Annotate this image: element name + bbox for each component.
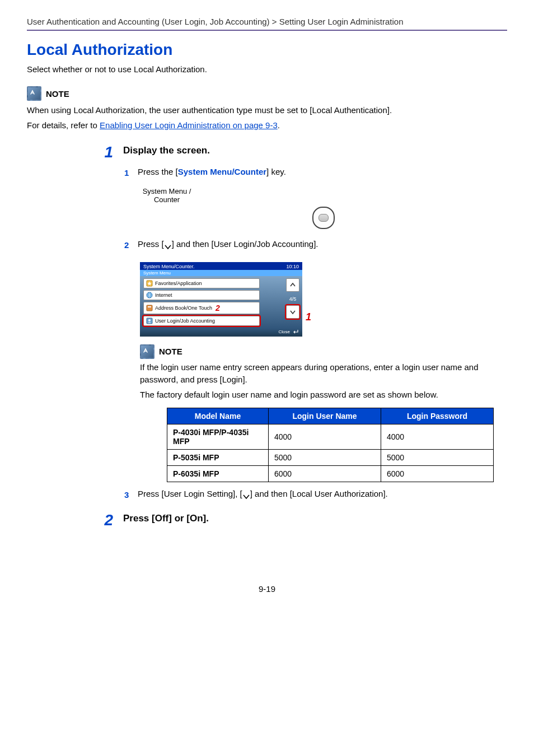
cell-model: P-5035i MFP [167,450,269,466]
substep2-number: 2 [124,240,131,250]
th-pass: Login Password [381,408,494,424]
note-line1: When using Local Authorization, the user… [27,104,507,117]
step2-title: Press [Off] or [On]. [123,513,209,524]
substep2-pre: Press [ [138,239,164,249]
cell-pass: 6000 [381,466,494,482]
th-user: Login User Name [269,408,381,424]
inner-note-p2: The factory default login user name and … [140,389,507,402]
substep1-pre: Press the [ [138,167,178,176]
substep3-post: ] and then [Local User Authorization]. [250,489,388,498]
favorites-icon [146,280,153,287]
note-label-inner: NOTE [159,347,182,356]
breadcrumb: User Authentication and Accounting (User… [27,17,507,26]
ts-item-user-login[interactable]: User Login/Job Accounting [143,316,260,326]
chevron-down-icon [242,492,250,497]
note-icon [140,344,154,359]
table-row: P-4030i MFP/P-4035i MFP 4000 4000 [167,424,494,450]
svg-rect-2 [147,305,152,311]
globe-icon [146,292,153,298]
substep3-pre: Press [User Login Setting], [ [138,489,242,498]
svg-rect-3 [148,306,151,307]
substep3-text: Press [User Login Setting], [] and then … [138,489,388,498]
system-menu-label-line2: Counter [154,195,180,204]
note-line2-post: . [278,120,280,130]
ts-item-favorites[interactable]: Favorites/Application [143,278,260,288]
cell-user: 4000 [269,424,381,450]
chevron-down-icon [164,242,172,248]
cell-model: P-6035i MFP [167,466,269,482]
note-icon [27,86,41,101]
ts-item-label: Favorites/Application [155,281,202,286]
substep2-post: ] and then [User Login/Job Accounting]. [172,239,318,249]
step1-number: 1 [100,144,113,160]
touchscreen-figure: System Menu/Counter. 10:10 System Menu F… [140,262,302,337]
ts-close-button[interactable]: Close [279,329,299,335]
ts-title: System Menu/Counter. [143,264,195,269]
cell-pass: 5000 [381,450,494,466]
addressbook-icon [146,305,153,311]
system-menu-label-line1: System Menu / [143,187,191,195]
system-menu-key-label: System Menu/Counter [178,167,266,176]
substep1-number: 1 [124,168,131,178]
callout-number-2: 2 [216,304,220,312]
th-model: Model Name [167,408,269,424]
inner-note-p1: If the login user name entry screen appe… [140,361,507,386]
system-menu-button-figure: System Menu / Counter [140,188,507,229]
ts-item-label: Internet [155,292,172,298]
callout-number-1: 1 [306,311,311,323]
cell-user: 6000 [269,466,381,482]
cell-pass: 4000 [381,424,494,450]
table-row: P-5035i MFP 5000 5000 [167,450,494,466]
page-title: Local Authorization [27,41,507,59]
cell-model: P-4030i MFP/P-4035i MFP [167,424,269,450]
ts-item-label: User Login/Job Accounting [155,318,215,324]
cell-user: 5000 [269,450,381,466]
ts-close-label: Close [279,329,290,334]
step2-number: 2 [100,512,113,528]
note-label: NOTE [46,89,69,99]
divider [27,30,507,31]
ts-item-internet[interactable]: Internet [143,290,260,300]
scroll-up-button[interactable] [286,278,299,292]
substep3-number: 3 [124,490,131,500]
note-body-inner: If the login user name entry screen appe… [140,361,507,402]
user-login-icon [146,318,153,324]
ts-subheader: System Menu [140,270,302,276]
ts-clock: 10:10 [286,264,299,269]
scroll-down-button[interactable] [286,305,299,319]
note-line2-pre: For details, refer to [27,120,100,130]
enter-icon [292,329,299,335]
link-enabling-admin[interactable]: Enabling User Login Administration on pa… [100,120,278,130]
ts-item-addressbook[interactable]: Address Book/One Touch 2 [143,302,260,314]
substep1-post: ] key. [266,167,286,176]
note-body-top: When using Local Authorization, the user… [27,104,507,132]
system-menu-hardware-button[interactable] [312,207,335,229]
substep1-text: Press the [System Menu/Counter] key. [138,167,286,176]
substep2-text: Press [] and then [User Login/Job Accoun… [138,239,318,249]
login-table: Model Name Login User Name Login Passwor… [167,408,494,482]
ts-page-indicator: 4/5 [289,296,297,302]
svg-point-5 [148,319,151,321]
ts-item-label: Address Book/One Touch [155,305,212,311]
intro-text: Select whether or not to use Local Autho… [27,64,507,74]
step1-title: Display the screen. [123,145,210,156]
table-row: P-6035i MFP 6000 6000 [167,466,494,482]
page-number: 9-19 [27,584,507,594]
